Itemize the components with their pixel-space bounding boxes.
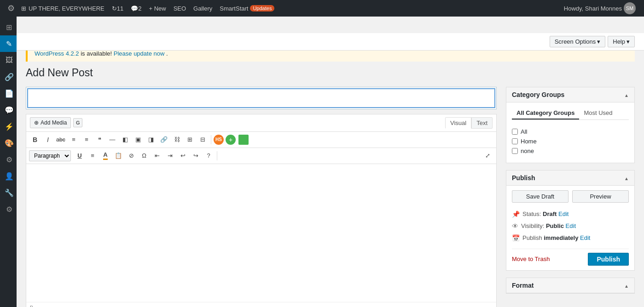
help-button[interactable]: Help ▾: [608, 36, 635, 47]
menu-item-dashboard[interactable]: ⊞: [0, 19, 17, 35]
green-square-button[interactable]: [238, 134, 249, 146]
category-label-none[interactable]: none: [521, 148, 534, 154]
hubspot-icon[interactable]: HS: [214, 135, 224, 145]
move-to-trash-link[interactable]: Move to Trash: [512, 256, 550, 262]
tab-all-categories[interactable]: All Category Groups: [512, 107, 579, 119]
underline-button[interactable]: U: [74, 150, 86, 162]
category-label-home[interactable]: Home: [521, 138, 537, 145]
visibility-label-text: Visibility: Public Edit: [521, 222, 576, 229]
user-avatar: SM: [624, 2, 636, 14]
format-title: Format: [512, 282, 534, 289]
help-toolbar-button[interactable]: ?: [203, 150, 215, 162]
horizontal-rule-button[interactable]: —: [106, 134, 118, 146]
adminbar-new[interactable]: + New: [145, 0, 169, 17]
menu-item-plugins[interactable]: ⚙: [0, 151, 17, 168]
smartstart-badge: Updates: [250, 5, 274, 11]
adminbar-comments[interactable]: 💬 2: [127, 0, 145, 17]
clear-format-button[interactable]: ⊘: [125, 150, 137, 162]
post-title-input[interactable]: [27, 88, 495, 108]
indent-button[interactable]: ⇥: [164, 150, 176, 162]
ordered-list-button[interactable]: ≡: [81, 134, 93, 146]
menu-item-posts[interactable]: ✎: [0, 35, 17, 52]
screen-options-button[interactable]: Screen Options ▾: [550, 36, 606, 47]
tab-most-used[interactable]: Most Used: [579, 107, 617, 119]
visual-tab[interactable]: Visual: [445, 117, 471, 129]
paragraph-select[interactable]: Paragraph: [29, 150, 71, 161]
editor-tabs: Visual Text: [445, 117, 493, 129]
text-color-icon: A: [103, 151, 107, 160]
body-content: WordPress 4.2.2 is available! Please upd…: [17, 34, 644, 307]
smartstart-label: SmartStart: [220, 5, 248, 12]
justify-button[interactable]: ≡: [87, 150, 99, 162]
visual-tab-label: Visual: [450, 119, 466, 126]
remove-link-button[interactable]: ⛓: [171, 134, 183, 146]
updates-icon: ↻: [112, 5, 117, 12]
unordered-list-button[interactable]: ≡: [68, 134, 80, 146]
g-icon-button[interactable]: G: [73, 118, 82, 127]
status-bar-label: p: [30, 304, 33, 307]
blockquote-button[interactable]: ❝: [93, 134, 105, 146]
menu-item-tools[interactable]: 🔧: [0, 184, 17, 201]
format-collapse-btn[interactable]: [624, 282, 629, 289]
text-color-button[interactable]: A: [99, 150, 111, 162]
category-checkbox-none[interactable]: [512, 148, 518, 154]
adminbar-nav: ⊞ UP THERE, EVERYWHERE ↻ 11 💬 2 + New SE…: [17, 0, 560, 17]
editor-sidebar: Category Groups All Category Groups Most…: [506, 87, 635, 301]
publish-date-edit-link[interactable]: Edit: [580, 234, 590, 241]
category-checkbox-home[interactable]: [512, 138, 518, 144]
paste-button[interactable]: 📋: [112, 150, 124, 162]
undo-button[interactable]: ↩: [177, 150, 189, 162]
publish-collapse-btn[interactable]: [624, 174, 629, 182]
menu-item-settings[interactable]: ⚙: [0, 201, 17, 217]
menu-item-media[interactable]: 🖼: [0, 52, 17, 68]
adminbar-site-name[interactable]: ⊞ UP THERE, EVERYWHERE: [17, 0, 108, 17]
bold-button[interactable]: B: [29, 134, 41, 146]
visibility-edit-link[interactable]: Edit: [566, 222, 576, 229]
editor-content[interactable]: [26, 164, 496, 302]
adminbar-seo[interactable]: SEO: [170, 0, 190, 17]
align-left-button[interactable]: ◧: [119, 134, 131, 146]
category-checkbox-all[interactable]: [512, 129, 518, 135]
page-title: Add New Post: [26, 66, 635, 80]
status-icon: 📌: [512, 210, 520, 218]
save-draft-button[interactable]: Save Draft: [512, 190, 569, 203]
insert-table-button[interactable]: ⊞: [184, 134, 196, 146]
new-label: + New: [149, 5, 166, 12]
insert-link-button[interactable]: 🔗: [158, 134, 170, 146]
menu-item-users[interactable]: 👤: [0, 168, 17, 184]
publish-button[interactable]: Publish: [588, 253, 629, 266]
fullscreen-button[interactable]: ⤢: [482, 150, 493, 162]
align-right-button[interactable]: ◨: [145, 134, 157, 146]
strikethrough-button[interactable]: abc: [55, 134, 67, 146]
add-circle-button[interactable]: +: [225, 134, 237, 146]
omega-button[interactable]: Ω: [138, 150, 150, 162]
text-tab[interactable]: Text: [471, 117, 493, 129]
redo-button[interactable]: ↪: [190, 150, 202, 162]
category-label-all[interactable]: All: [521, 128, 527, 135]
wordpress-version-link[interactable]: WordPress 4.2.2: [35, 50, 79, 57]
update-now-link[interactable]: Please update now: [114, 50, 165, 57]
menu-item-hubspot[interactable]: ⚡: [0, 118, 17, 135]
align-center-button[interactable]: ▣: [132, 134, 144, 146]
toolbar-toggle-button[interactable]: ⊟: [197, 134, 209, 146]
menu-item-links[interactable]: 🔗: [0, 68, 17, 85]
category-item-all: All: [512, 127, 629, 136]
outdent-button[interactable]: ⇤: [151, 150, 163, 162]
italic-button[interactable]: I: [42, 134, 54, 146]
category-list: All Home none: [512, 125, 629, 158]
status-edit-link[interactable]: Edit: [558, 210, 569, 217]
adminbar-updates[interactable]: ↻ 11: [108, 0, 127, 17]
add-media-button[interactable]: ⊕ Add Media: [30, 117, 71, 128]
category-groups-collapse-btn[interactable]: [624, 91, 629, 98]
menu-item-pages[interactable]: 📄: [0, 85, 17, 102]
adminbar-smartstart[interactable]: SmartStart Updates: [216, 0, 278, 17]
menu-item-comments[interactable]: 💬: [0, 102, 17, 118]
preview-button[interactable]: Preview: [572, 190, 629, 203]
wp-logo[interactable]: ⚙: [5, 0, 17, 17]
menu-item-appearance[interactable]: 🎨: [0, 135, 17, 151]
adminbar-gallery[interactable]: Gallery: [190, 0, 216, 17]
notice-period: .: [166, 50, 168, 57]
adminbar-user-greeting[interactable]: Howdy, Shari Monnes SM: [560, 0, 639, 17]
publish-title: Publish: [512, 174, 535, 182]
editor-content-editable[interactable]: [31, 169, 492, 297]
